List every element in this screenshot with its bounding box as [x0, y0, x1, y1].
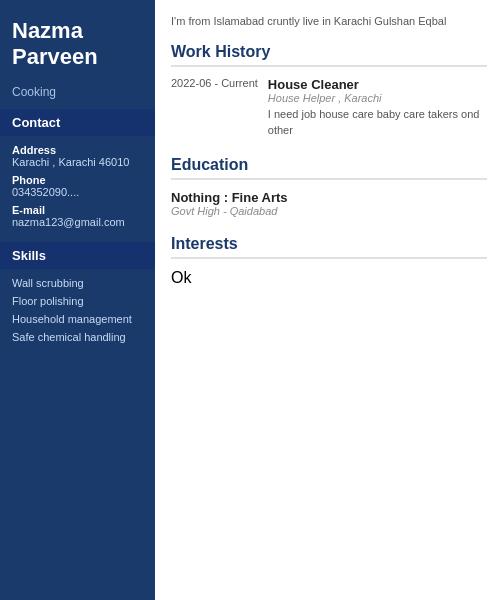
address-value: Karachi , Karachi 46010: [12, 156, 143, 168]
job-title: Cooking: [0, 85, 155, 109]
name-block: Nazma Parveen: [0, 0, 155, 81]
edu-school: Govt High - Qaidabad: [171, 205, 487, 217]
interests-section: Interests Ok: [171, 235, 487, 287]
work-history-title: Work History: [171, 43, 487, 67]
work-sub: House Helper , Karachi: [268, 92, 487, 104]
email-label: E-mail: [12, 204, 143, 216]
skill-chemical-handling: Safe chemical handling: [12, 331, 143, 343]
candidate-name: Nazma Parveen: [12, 18, 143, 71]
work-date: 2022-06 - Current: [171, 77, 258, 138]
edu-degree: Nothing : Fine Arts: [171, 190, 487, 205]
work-job-title: House Cleaner: [268, 77, 487, 92]
contact-section: Address Karachi , Karachi 46010 Phone 03…: [0, 144, 155, 242]
work-desc: I need job house care baby care takers o…: [268, 107, 487, 138]
education-title: Education: [171, 156, 487, 180]
address-label: Address: [12, 144, 143, 156]
edu-entry: Nothing : Fine Arts Govt High - Qaidabad: [171, 190, 487, 217]
work-entry: 2022-06 - Current House Cleaner House He…: [171, 77, 487, 138]
phone-value: 034352090....: [12, 186, 143, 198]
skill-household-management: Household management: [12, 313, 143, 325]
interests-value: Ok: [171, 269, 487, 287]
skills-list: Wall scrubbing Floor polishing Household…: [0, 277, 155, 343]
sidebar: Nazma Parveen Cooking Contact Address Ka…: [0, 0, 155, 600]
edu-content: Nothing : Fine Arts Govt High - Qaidabad: [171, 190, 487, 217]
work-content: House Cleaner House Helper , Karachi I n…: [268, 77, 487, 138]
intro-text: I'm from Islamabad cruntly live in Karac…: [171, 14, 487, 29]
work-history-section: Work History 2022-06 - Current House Cle…: [171, 43, 487, 138]
interests-entry: Ok: [171, 269, 487, 287]
phone-label: Phone: [12, 174, 143, 186]
email-value: nazma123@gmail.com: [12, 216, 143, 228]
education-section: Education Nothing : Fine Arts Govt High …: [171, 156, 487, 217]
skill-floor-polishing: Floor polishing: [12, 295, 143, 307]
skills-header: Skills: [0, 242, 155, 269]
contact-header: Contact: [0, 109, 155, 136]
main-content: I'm from Islamabad cruntly live in Karac…: [155, 0, 503, 600]
skill-wall-scrubbing: Wall scrubbing: [12, 277, 143, 289]
interests-title: Interests: [171, 235, 487, 259]
